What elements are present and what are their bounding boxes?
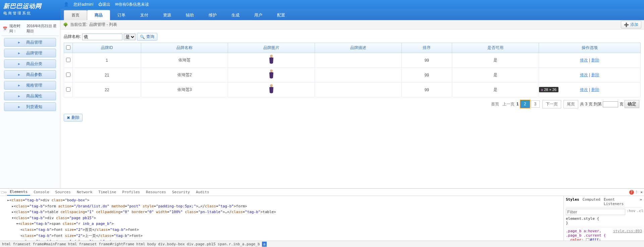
page-next[interactable]: 下一页	[542, 100, 561, 108]
page-first[interactable]: 首页	[491, 102, 499, 106]
logo: 新巴巴运动网 电商管理系统	[0, 0, 60, 18]
sidebar-item-0[interactable]: ▸商品管理	[4, 38, 56, 47]
display-select[interactable]: 是	[124, 34, 136, 40]
row-checkbox[interactable]	[66, 87, 70, 92]
cell-ops: 修改 | 删除	[539, 53, 640, 68]
hov-toggle[interactable]: :hov	[627, 209, 636, 215]
nav-tab-0[interactable]: 首页	[64, 10, 87, 20]
dt-tab-console[interactable]: Console	[31, 189, 52, 195]
cell-sort: 99	[401, 68, 452, 83]
bc-node[interactable]: frame#mainFrame	[33, 242, 66, 246]
page-last[interactable]: 尾页	[564, 100, 578, 108]
table-row: 21依琦莲299是修改 | 删除	[64, 68, 641, 83]
dom-line[interactable]: ▸<class="tag-b">table cellspacing="1" ce…	[3, 209, 561, 215]
edit-link[interactable]: 修改	[580, 87, 588, 92]
page-go-button[interactable]: 确定	[625, 100, 639, 108]
dt-tab-profiles[interactable]: Profiles	[119, 189, 143, 195]
mail-icon: ✉	[115, 2, 118, 7]
page-goto-input[interactable]	[603, 101, 618, 107]
select-all-checkbox[interactable]	[66, 45, 70, 50]
delete-link[interactable]: 删除	[591, 58, 599, 62]
batch-delete-button[interactable]: ✖ 删除	[64, 114, 83, 121]
bc-node[interactable]: frameset	[13, 242, 31, 246]
edit-link[interactable]: 修改	[580, 58, 588, 62]
edit-link[interactable]: 修改	[580, 72, 588, 77]
nav-tab-2[interactable]: 订单	[110, 10, 133, 20]
dt-tab-security[interactable]: Security	[169, 189, 193, 195]
bc-node[interactable]: div.body-box	[158, 242, 184, 246]
cell-usable: 是	[452, 53, 539, 68]
page-prev[interactable]: 上一页	[502, 102, 515, 106]
bc-node[interactable]: a	[262, 242, 267, 247]
dt-tab-timeline[interactable]: Timeline	[96, 189, 119, 195]
dom-line[interactable]: ▾<class="tag-b">div class="page pb15">	[3, 215, 561, 221]
cls-toggle[interactable]: .cls	[637, 209, 644, 215]
style-tab-1[interactable]: Computed	[583, 197, 600, 206]
sidebar-item-5[interactable]: ▸商品属性	[4, 92, 56, 100]
dt-menu-icon[interactable]: ⋮ ✕	[635, 190, 643, 194]
dt-tab-resources[interactable]: Resources	[143, 189, 169, 195]
dom-line[interactable]: <class="tag-b">font size="2">首页</class="…	[3, 227, 561, 233]
nav-tab-3[interactable]: 支付	[133, 10, 156, 20]
dom-line[interactable]: ▾<class="tag-b">span class="r inb_a page…	[3, 221, 561, 227]
inspector-tooltip: a 28 × 26	[539, 87, 558, 92]
dt-tab-audits[interactable]: Audits	[193, 189, 212, 195]
bc-node[interactable]: div.page.pb15	[187, 242, 216, 246]
nav-tab-6[interactable]: 维护	[201, 10, 224, 20]
row-checkbox[interactable]	[66, 58, 70, 62]
plus-icon: ➕	[624, 22, 629, 27]
bc-node[interactable]: html	[136, 242, 145, 246]
breadcrumb-bar: 🌳 当前位置: 品牌管理 - 列表 ➕ 添加	[60, 20, 644, 30]
delete-link[interactable]: 删除	[591, 72, 599, 77]
style-filter-input[interactable]	[566, 209, 625, 215]
sidebar-menu: ▸商品管理▸品牌管理▸商品分类▸商品参数▸规格管理▸商品属性▸到货通知	[1, 38, 59, 111]
sidebar-item-3[interactable]: ▸商品参数	[4, 70, 56, 79]
sidebar-item-1[interactable]: ▸品牌管理	[4, 49, 56, 57]
inspect-icon[interactable]: ⬚	[1, 190, 4, 194]
bc-node[interactable]: span.r.inb_a.page_b	[218, 242, 260, 246]
nav-tab-7[interactable]: 生成	[224, 10, 247, 20]
style-tab-2[interactable]: Event Listeners	[604, 197, 637, 206]
bc-node[interactable]: frame#rightFrame	[99, 242, 134, 246]
bc-node[interactable]: body	[147, 242, 156, 246]
filter-form: 品牌名称: 是 🔍 查询	[64, 32, 641, 43]
nav-tab-5[interactable]: 辅助	[178, 10, 201, 20]
add-button[interactable]: ➕ 添加	[621, 21, 641, 29]
style-source-link[interactable]: style.css:893	[613, 229, 642, 233]
nav-tab-1[interactable]: 商品	[87, 10, 110, 20]
brand-name-input[interactable]	[82, 34, 122, 40]
row-checkbox[interactable]	[66, 72, 70, 77]
error-count[interactable]: 7	[629, 190, 634, 195]
dt-tab-elements[interactable]: Elements	[7, 189, 30, 196]
more-tabs-icon[interactable]: »	[640, 197, 642, 206]
dom-tree[interactable]: ▸<class="tag-b">div class="body-box"> ▸<…	[0, 196, 564, 241]
col-1: 品牌ID	[73, 43, 141, 53]
bc-node[interactable]: html	[2, 242, 11, 246]
nav-tab-8[interactable]: 用户	[247, 10, 270, 20]
dom-line[interactable]: <class="tag-b">font size="2">上一页</class=…	[3, 233, 561, 239]
sidebar-item-6[interactable]: ▸到货通知	[4, 102, 56, 111]
logout-link[interactable]: ⏻ 退出	[98, 2, 110, 7]
style-tab-0[interactable]: Styles	[566, 197, 579, 206]
unread-link[interactable]: ✉ 你有0条信息未读	[115, 2, 149, 7]
bc-node[interactable]: html	[68, 242, 77, 246]
greeting: 您好 admin!	[73, 2, 94, 7]
dt-tab-sources[interactable]: Sources	[53, 189, 73, 195]
nav-tab-9[interactable]: 配置	[270, 10, 292, 20]
dt-tab-network[interactable]: Network	[74, 189, 95, 195]
query-button[interactable]: 🔍 查询	[137, 33, 157, 41]
right-column: 🌳 当前位置: 品牌管理 - 列表 ➕ 添加 品牌名称: 是 🔍 查询	[60, 20, 644, 188]
sidebar-item-4[interactable]: ▸规格管理	[4, 81, 56, 90]
device-icon[interactable]: ▭	[4, 190, 7, 194]
delete-link[interactable]: 删除	[591, 87, 599, 92]
nav-tab-4[interactable]: 资源	[156, 10, 178, 20]
page-2-link[interactable]: 2	[521, 100, 530, 108]
css-prop[interactable]: color: #fff;	[566, 238, 642, 241]
devtools-tabs: ⬚ ▭ ElementsConsoleSourcesNetworkTimelin…	[0, 189, 644, 196]
page-3-link[interactable]: 3	[531, 100, 540, 108]
bc-node[interactable]: frameset	[79, 242, 97, 246]
dom-line[interactable]: ▸<class="tag-b">form action="/brand/list…	[3, 203, 561, 209]
element-style-rule: element.style {}	[566, 216, 642, 225]
dom-line[interactable]: ▸<class="tag-b">div class="body-box">	[3, 197, 561, 203]
sidebar-item-2[interactable]: ▸商品分类	[4, 59, 56, 68]
